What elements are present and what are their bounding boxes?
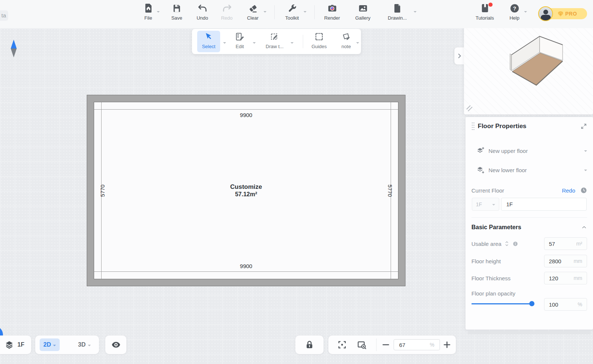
tool-note[interactable]: note [335,31,358,52]
basic-parameters-header[interactable]: Basic Parameters [471,223,587,232]
view-mode-switcher: 2D 3D [35,335,99,354]
floor-select-value: 1F [476,201,492,207]
add-lower-layer-icon [477,166,485,174]
drawing-toolbar: Select Edit Draw t... Guides [192,29,361,54]
gallery-icon [352,3,374,14]
select-caret-icon[interactable] [223,42,226,45]
floor-select[interactable]: 1F [472,198,499,211]
floor-properties-panel: Floor Properties New upper floor New low… [466,117,593,330]
floor-name-input[interactable] [501,198,587,211]
drawing-caret-icon[interactable] [414,11,417,14]
drawing-button[interactable]: Drawin... [385,3,409,21]
compass-north-icon [11,40,17,57]
file-label: File [138,15,159,21]
help-label: Help [504,15,525,21]
zoom-region-icon[interactable] [357,340,367,350]
zoom-in-icon[interactable] [443,340,451,349]
clear-button[interactable]: Clear [242,3,264,21]
dimension-line-bottom [94,271,398,272]
undo-button[interactable]: Undo [192,3,213,21]
mode-3d-button[interactable]: 3D [74,338,95,351]
room-label[interactable]: Customize 57.12m² [230,183,262,197]
tool-edit-label: Edit [236,44,244,49]
zoom-level-input[interactable] [399,342,413,348]
floor-thickness-unit: mm [574,275,582,281]
partial-tab[interactable]: ta [0,10,8,21]
save-button[interactable]: Save [166,3,188,21]
fit-view-icon[interactable] [337,340,347,350]
chevron-right-icon [457,53,462,59]
redo-label: Redo [216,15,238,21]
tool-edit[interactable]: Edit [228,31,251,52]
draw-caret-icon[interactable] [291,42,294,45]
file-icon [138,3,159,14]
lower-floor-caret-icon [584,170,587,173]
zoom-level-field[interactable]: % [394,339,440,350]
avatar[interactable] [538,6,553,21]
undo-icon [192,3,213,14]
tutorials-button[interactable]: Tutorials [474,3,496,21]
tool-draw[interactable]: Draw t... [263,31,286,52]
lock-button[interactable] [295,335,324,354]
current-floor-badge: 1F [17,341,24,348]
gallery-button[interactable]: Gallery [352,3,374,21]
visibility-button[interactable] [105,335,126,354]
new-upper-floor-button[interactable]: New upper floor [477,144,587,157]
help-caret-icon[interactable] [524,11,527,14]
opacity-slider[interactable] [471,303,532,304]
horizontal-scrollbar[interactable] [468,331,591,334]
redo-link[interactable]: Redo [562,187,575,194]
render-label: Render [321,15,343,21]
new-lower-floor-button[interactable]: New lower floor [477,164,587,176]
edit-caret-icon[interactable] [253,42,256,45]
mode-2d-label: 2D [43,341,51,348]
clear-caret-icon[interactable] [264,11,266,14]
zoom-out-icon[interactable] [381,340,390,349]
tool-guides[interactable]: Guides [308,31,331,52]
floorplan-walls[interactable]: 9900 9900 5770 5770 Customize 57.12m² [87,95,405,286]
history-clock-icon[interactable] [580,187,587,194]
zoom-unit: % [430,342,434,348]
stepper-icon[interactable] [504,241,509,247]
toolkit-caret-icon[interactable] [304,11,307,14]
toolbar-divider [314,5,315,19]
file-button[interactable]: File [138,3,159,21]
floor-height-unit: mm [574,258,582,264]
wrench-icon [281,3,303,14]
toolkit-button[interactable]: Toolkit [281,3,303,21]
file-caret-icon[interactable] [157,11,160,14]
usable-area-field[interactable]: 57 m² [544,237,587,250]
mode-3d-caret-icon [88,345,91,348]
tool-select-label: Select [202,44,215,49]
drag-handle-icon[interactable] [471,122,475,131]
mode-2d-button[interactable]: 2D [40,338,60,351]
tool-select[interactable]: Select [197,31,220,52]
dimension-top: 9900 [240,112,252,118]
opacity-slider-thumb[interactable] [529,301,534,306]
collapse-section-icon [581,224,587,230]
eye-icon [111,340,121,350]
floorplan-room[interactable]: 9900 9900 5770 5770 Customize 57.12m² [94,102,398,279]
panel-resize-handle-icon[interactable] [466,105,473,112]
info-icon[interactable] [513,241,518,247]
lock-icon [305,340,314,350]
floor-thickness-field[interactable]: 120 mm [544,272,587,284]
redo-button[interactable]: Redo [216,3,238,21]
room-3d-preview[interactable] [464,14,593,113]
drawing-label: Drawin... [385,15,409,21]
expand-panel-icon[interactable] [580,123,587,130]
edit-icon [228,32,251,43]
note-caret-icon[interactable] [356,42,359,45]
save-icon [166,3,188,14]
render-button[interactable]: Render [321,3,343,21]
panel-collapse-button[interactable] [454,47,465,64]
current-floor-row: Current Floor Redo [471,186,587,195]
help-button[interactable]: ? Help [504,3,525,21]
floor-switcher-button[interactable]: 1F [0,335,31,354]
room-name: Customize [230,183,262,190]
floor-height-value: 2800 [549,258,561,264]
current-floor-label: Current Floor [471,187,562,194]
gem-icon [557,10,564,17]
opacity-field[interactable]: 100 % [544,298,587,311]
floor-height-field[interactable]: 2800 mm [544,255,587,267]
